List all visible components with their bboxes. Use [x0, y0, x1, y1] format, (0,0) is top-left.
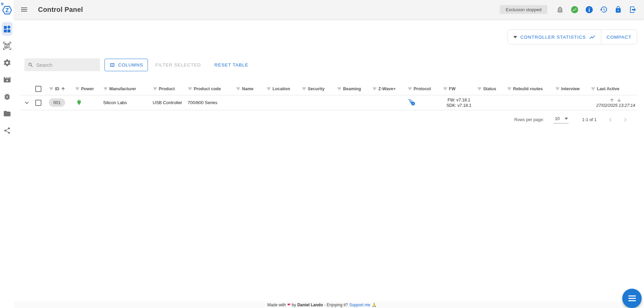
filter-icon: [236, 86, 241, 91]
col-header-rebuild-routes[interactable]: Rebuild routes: [507, 86, 555, 91]
history-button[interactable]: [597, 3, 610, 16]
filter-icon: [408, 86, 412, 91]
tx-up-arrow-icon: [609, 98, 614, 103]
sidebar-item-store[interactable]: [2, 107, 13, 120]
filter-icon: [372, 86, 377, 91]
col-header-product[interactable]: Product: [153, 86, 188, 91]
product-code-cell: 700/800 Series: [188, 100, 236, 105]
rx-down-arrow-icon: [617, 98, 622, 103]
svg-text:Z: Z: [5, 7, 9, 14]
footer: Made with ❤ by Daniel Lando - Enjoying i…: [0, 302, 644, 308]
filter-selected-button[interactable]: FILTER SELECTED: [151, 59, 206, 71]
rows-per-page-select[interactable]: 10: [553, 116, 568, 123]
next-page-button[interactable]: [622, 116, 629, 123]
filter-icon: [103, 86, 108, 91]
col-header-beaming[interactable]: Beaming: [337, 86, 372, 91]
filter-icon: [302, 86, 306, 91]
sidebar-item-settings[interactable]: [2, 56, 13, 70]
col-header-location[interactable]: Location: [266, 86, 302, 91]
qrcode-scan-icon: [3, 42, 11, 50]
filter-icon: [591, 86, 595, 91]
controller-statistics-button[interactable]: CONTROLLER STATISTICS: [508, 30, 601, 44]
movie-icon: [3, 76, 11, 84]
zwave-signal-icon: z: [408, 98, 416, 107]
info-button[interactable]: [583, 3, 595, 16]
node-id-chip: 001: [49, 98, 65, 107]
table-pagination: Rows per page: 10 1-1 of 1: [20, 110, 637, 129]
pagination-range: 1-1 of 1: [582, 117, 596, 122]
status-badge: Exclusion stopped: [500, 5, 547, 14]
filter-icon: [75, 86, 80, 91]
expand-row-chevron-icon[interactable]: [23, 99, 31, 107]
rows-per-page-label: Rows per page:: [514, 117, 544, 122]
col-header-name[interactable]: Name: [236, 86, 266, 91]
zwave-events-button[interactable]: Z: [553, 3, 566, 16]
filter-icon: [507, 86, 512, 91]
svg-text:Z: Z: [559, 8, 561, 11]
logout-icon: [629, 6, 637, 14]
lock-button[interactable]: [612, 3, 625, 16]
columns-icon: [109, 62, 115, 68]
menu-toggle-button[interactable]: [18, 3, 31, 16]
chart-line-icon: [589, 34, 595, 40]
row-checkbox[interactable]: [35, 100, 41, 106]
col-header-last-active[interactable]: Last Active: [591, 86, 637, 91]
filter-icon: [337, 86, 342, 91]
col-header-product-code[interactable]: Product code: [188, 86, 236, 91]
col-header-fw[interactable]: FW: [443, 86, 477, 91]
last-active-cell: 27/02/2025 13:27:14: [596, 98, 635, 108]
col-header-power[interactable]: Power: [75, 86, 103, 91]
gear-icon: [3, 59, 11, 67]
sidebar-item-scenes[interactable]: [2, 73, 13, 86]
col-header-interview[interactable]: Interview: [555, 86, 591, 91]
filter-icon: [49, 86, 54, 91]
search-field[interactable]: [24, 58, 100, 71]
sidebar-item-debug[interactable]: [2, 90, 13, 103]
table-header-row: ID Power Manufacturer Product Product co…: [20, 82, 637, 95]
heart-icon: ❤: [287, 303, 290, 307]
sidebar-item-smart-start[interactable]: [2, 39, 13, 53]
columns-button[interactable]: COLUMNS: [105, 59, 148, 71]
reset-table-button[interactable]: RESET TABLE: [210, 59, 253, 71]
fab-menu-button[interactable]: [622, 289, 642, 308]
compact-toggle-button[interactable]: COMPACT: [601, 30, 637, 44]
col-header-zwave-plus[interactable]: Z-Wave+: [372, 86, 408, 91]
search-icon: [28, 62, 34, 68]
select-all-checkbox[interactable]: [35, 86, 41, 92]
col-header-status[interactable]: Status: [477, 86, 507, 91]
filter-icon: [188, 86, 192, 91]
sidebar-item-control-panel[interactable]: [2, 22, 13, 36]
previous-page-button[interactable]: [607, 116, 614, 123]
svg-text:z: z: [413, 102, 414, 105]
table-row[interactable]: 001 Silicon Labs USB Controller 700/800 …: [20, 95, 637, 110]
col-header-security[interactable]: Security: [302, 86, 337, 91]
page-title: Control Panel: [38, 6, 83, 14]
filter-icon: [153, 86, 157, 91]
hamburger-icon: [628, 295, 636, 296]
filter-icon: [555, 86, 560, 91]
lock-icon: [614, 6, 622, 13]
filter-icon: [443, 86, 448, 91]
product-cell: USB Controller: [153, 100, 188, 105]
swap-horizontal-icon: [571, 6, 579, 14]
history-icon: [600, 5, 608, 14]
col-header-id[interactable]: ID: [49, 86, 75, 91]
hamburger-icon: [20, 5, 28, 14]
support-me-link[interactable]: Support me: [349, 303, 370, 307]
manufacturer-cell: Silicon Labs: [103, 100, 153, 105]
caret-down-icon: [513, 36, 517, 38]
sidebar-item-network-graph[interactable]: [2, 124, 13, 137]
col-header-manufacturer[interactable]: Manufacturer: [103, 86, 153, 91]
app-logo: Z: [0, 0, 14, 19]
footer-text: Made with: [267, 303, 286, 307]
col-header-protocol[interactable]: Protocol: [408, 86, 443, 91]
main-content: CONTROLLER STATISTICS COMPACT COLUMNS FI…: [14, 19, 644, 129]
sidebar: [0, 19, 14, 308]
connection-status-button[interactable]: [568, 3, 581, 16]
search-input[interactable]: [36, 62, 97, 68]
nodes-table: ID Power Manufacturer Product Product co…: [20, 82, 637, 129]
logout-button[interactable]: [626, 3, 639, 16]
folder-icon: [3, 110, 11, 118]
dashboard-icon: [3, 25, 11, 33]
sort-asc-icon: [61, 86, 65, 91]
